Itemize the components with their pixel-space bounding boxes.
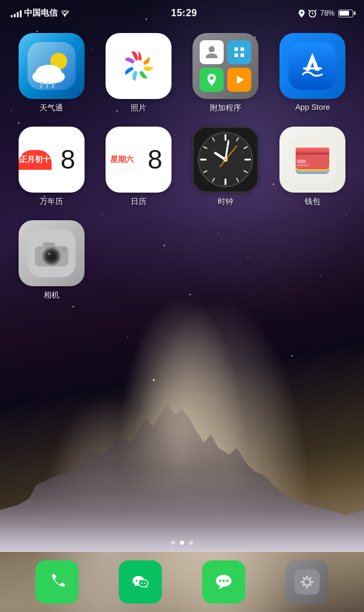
svg-point-65 — [47, 253, 50, 256]
svg-point-1 — [300, 11, 303, 14]
app-camera[interactable]: 相机 — [11, 220, 92, 301]
calendar-label: 万年历 — [40, 196, 63, 207]
svg-rect-83 — [306, 575, 308, 578]
daily-label: 日历 — [131, 196, 146, 207]
calendar-icon: 正月初十 8 — [19, 127, 85, 193]
camera-label: 相机 — [44, 290, 59, 301]
svg-rect-19 — [231, 44, 248, 61]
alarm-icon — [308, 10, 317, 17]
photos-label: 照片 — [131, 103, 146, 113]
wallet-label: 钱包 — [305, 196, 320, 207]
svg-point-74 — [144, 583, 145, 584]
location-icon — [299, 10, 305, 17]
svg-rect-86 — [311, 581, 314, 583]
svg-line-6 — [315, 10, 317, 11]
svg-rect-55 — [296, 148, 329, 150]
svg-point-73 — [141, 583, 142, 584]
camera-icon-app — [19, 220, 85, 286]
dock-settings[interactable] — [285, 560, 329, 604]
weather-icon — [19, 33, 85, 99]
svg-rect-54 — [296, 152, 329, 155]
svg-point-48 — [224, 158, 227, 161]
app-appstore[interactable]: App Store — [272, 33, 353, 113]
svg-rect-56 — [297, 160, 306, 163]
signal-bars — [11, 9, 22, 17]
page-dot-2[interactable] — [189, 541, 193, 545]
battery-fill — [339, 11, 349, 16]
page-dots — [0, 541, 364, 545]
weather-label: 天气通 — [40, 103, 63, 113]
svg-line-5 — [308, 10, 309, 11]
appstore-label: App Store — [295, 103, 330, 112]
battery-icon — [338, 10, 353, 17]
calendar-day-label: 正月初十 — [19, 154, 50, 165]
svg-rect-67 — [44, 569, 70, 595]
clock-label: 时钟 — [218, 196, 233, 207]
svg-rect-22 — [234, 53, 238, 57]
svg-rect-84 — [306, 586, 308, 589]
wifi-icon — [60, 10, 70, 17]
svg-point-79 — [226, 580, 228, 582]
clock-icon — [192, 127, 258, 193]
status-time: 15:29 — [171, 8, 197, 19]
svg-rect-85 — [300, 581, 303, 583]
battery-container — [338, 10, 353, 17]
page-dot-0[interactable] — [171, 541, 175, 545]
extras-label: 附加程序 — [210, 103, 241, 113]
app-grid: 天气通 — [0, 33, 364, 301]
svg-point-71 — [136, 580, 137, 582]
wallet-icon — [279, 127, 345, 193]
app-clock[interactable]: 时钟 — [185, 127, 266, 207]
svg-point-0 — [64, 15, 65, 16]
status-bar: 中国电信 15:29 78% — [0, 0, 364, 26]
daily-date: 8 — [148, 146, 162, 173]
svg-point-25 — [210, 76, 213, 80]
extras-icon — [192, 33, 258, 99]
app-photos[interactable]: 照片 — [98, 33, 179, 113]
svg-rect-23 — [240, 53, 244, 57]
app-daily[interactable]: 星期六 8 日历 — [98, 127, 179, 207]
photos-icon — [106, 33, 172, 99]
svg-point-17 — [133, 60, 145, 72]
app-wallet[interactable]: 钱包 — [272, 127, 353, 207]
page-dot-1[interactable] — [180, 541, 184, 545]
appstore-icon — [279, 33, 345, 99]
calendar-date: 8 — [61, 146, 75, 173]
svg-point-82 — [305, 580, 310, 585]
carrier-name: 中国电信 — [24, 8, 58, 19]
app-weather[interactable]: 天气通 — [11, 33, 92, 113]
daily-weekday: 星期六 — [110, 154, 134, 165]
dock-wechat[interactable] — [119, 560, 162, 604]
app-calendar[interactable]: 正月初十 8 万年历 — [11, 127, 92, 207]
svg-point-72 — [139, 580, 141, 582]
svg-line-4 — [312, 14, 314, 14]
battery-percent: 78% — [320, 9, 335, 17]
svg-point-78 — [222, 580, 225, 582]
svg-point-66 — [61, 247, 66, 252]
app-extras[interactable]: 附加程序 — [185, 33, 266, 113]
svg-rect-57 — [297, 164, 309, 166]
status-left: 中国电信 — [11, 8, 70, 19]
dock-phone[interactable] — [35, 560, 79, 604]
svg-point-12 — [34, 72, 64, 84]
daily-icon: 星期六 8 — [106, 127, 172, 193]
svg-point-77 — [219, 580, 221, 582]
svg-rect-28 — [288, 42, 336, 90]
dock-messages[interactable] — [202, 560, 245, 604]
svg-rect-20 — [234, 47, 238, 51]
dock — [0, 552, 364, 612]
svg-rect-21 — [240, 47, 244, 51]
status-right: 78% — [299, 9, 353, 17]
